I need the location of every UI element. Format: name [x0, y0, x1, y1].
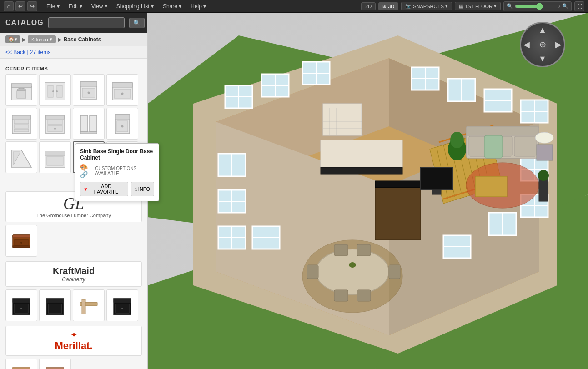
add-favorite-button[interactable]: ♥ ADD FAVORITE [80, 182, 128, 196]
item-4[interactable] [106, 74, 138, 106]
home-icon: 🏠 [8, 36, 15, 42]
floor-button[interactable]: ▦ 1ST FLOOR ▾ [455, 2, 501, 10]
breadcrumb-kitchen[interactable]: Kitchen ▾ [28, 35, 56, 43]
info-icon: ℹ [135, 186, 137, 192]
menu-help[interactable]: Help ▾ [187, 2, 210, 10]
item-1[interactable] [5, 74, 37, 106]
item-10[interactable] [39, 141, 71, 173]
zoom-slider[interactable] [515, 3, 560, 10]
kraftmaid-tagline: Cabinetry [10, 276, 138, 283]
items-count: | 27 items [27, 49, 50, 55]
menu-shopping-list[interactable]: Shopping List ▾ [113, 2, 157, 10]
breadcrumb-arrow-2: ▶ [58, 36, 62, 43]
nav-down-arrow[interactable]: ▼ [538, 54, 547, 64]
scroll-area[interactable]: GENERIC ITEMS [0, 59, 147, 369]
snapshots-button[interactable]: 📷 SNAPSHOTS ▾ [401, 2, 452, 10]
svg-rect-60 [82, 299, 85, 314]
nav-up-arrow[interactable]: ▲ [538, 25, 547, 35]
home-arrow: ▾ [15, 36, 17, 42]
zoom-out-icon[interactable]: 🔍 [507, 3, 513, 9]
nav-center-icon[interactable]: ⊕ [539, 40, 546, 50]
search-input[interactable] [48, 17, 125, 28]
custom-icons: 🎨🔗 [80, 164, 94, 178]
kitchen-label: Kitchen [31, 37, 48, 42]
item-6[interactable] [39, 108, 71, 140]
svg-rect-62 [114, 299, 131, 302]
floor-label: 1ST FLOOR [465, 4, 493, 9]
grothouse-name: The Grothouse Lumber Company [10, 213, 138, 218]
view-area[interactable]: ▲ ▼ ◀ ▶ ⊕ [148, 13, 588, 369]
catalog-header: CATALOG 🔍 [0, 13, 147, 33]
cabinet-svg-1 [10, 78, 33, 102]
svg-rect-11 [80, 82, 97, 86]
toolbar-icons: ⌂ ↩ ↪ [4, 1, 37, 11]
menu-file[interactable]: File ▾ [43, 2, 63, 10]
view-2d-button[interactable]: 2D [361, 2, 376, 10]
item-9[interactable] [5, 141, 37, 173]
nav-right-arrow[interactable]: ▶ [555, 40, 562, 50]
nav-control[interactable]: ▲ ▼ ◀ ▶ ⊕ [520, 22, 565, 67]
cabinet-svg-8 [111, 112, 134, 135]
back-link[interactable]: << Back [5, 49, 25, 55]
item-8[interactable] [106, 108, 138, 140]
view-3d-button[interactable]: ⊞ 3D [378, 2, 398, 10]
nav-left-arrow[interactable]: ◀ [523, 40, 530, 50]
svg-rect-167 [421, 167, 452, 190]
kraftmaid-item-4[interactable] [106, 289, 138, 321]
svg-rect-53 [13, 299, 30, 302]
kraftmaid-item-3[interactable] [73, 289, 105, 321]
item-3[interactable] [73, 74, 105, 106]
fullscreen-button[interactable]: ⛶ [574, 1, 584, 11]
kraftmaid-item-1[interactable] [5, 289, 37, 321]
item-2[interactable] [39, 74, 71, 106]
svg-rect-128 [321, 167, 402, 174]
generic-section-label: GENERIC ITEMS [5, 66, 142, 71]
svg-point-34 [121, 125, 124, 128]
svg-rect-29 [90, 115, 97, 132]
tooltip-title: Sink Base Single Door Base Cabinet [80, 148, 147, 161]
kraftmaid-brand-area: KraftMaid Cabinetry [5, 261, 142, 287]
search-button[interactable]: 🔍 [129, 18, 145, 28]
svg-rect-32 [115, 115, 130, 119]
item-5[interactable] [5, 108, 37, 140]
kraftmaid-logo: KraftMaid [10, 265, 138, 276]
svg-point-13 [88, 92, 90, 94]
kraftmaid-svg-2 [44, 294, 66, 317]
info-button[interactable]: ℹ INFO [131, 182, 147, 196]
redo-icon[interactable]: ↪ [27, 1, 37, 11]
heart-icon: ♥ [84, 186, 87, 192]
cabinet-svg-4 [111, 78, 134, 102]
tooltip-buttons: ♥ ADD FAVORITE ℹ INFO [80, 182, 147, 196]
kraftmaid-svg-1 [10, 294, 33, 317]
cabinet-svg-2 [43, 78, 67, 102]
grothouse-item-1[interactable] [5, 225, 37, 257]
menu-view[interactable]: View ▾ [88, 2, 111, 10]
nav-circle[interactable]: ▲ ▼ ◀ ▶ ⊕ [520, 22, 565, 67]
kraftmaid-items [5, 289, 142, 321]
merillat-item-1[interactable] [5, 359, 37, 369]
svg-rect-168 [432, 190, 441, 194]
custom-label: CUSTOM OPTIONS AVAILABLE [95, 166, 147, 176]
zoom-in-icon[interactable]: 🔍 [562, 3, 568, 9]
undo-icon[interactable]: ↩ [15, 1, 25, 11]
svg-rect-22 [14, 129, 29, 132]
cabinet-svg-5 [10, 112, 33, 135]
svg-rect-24 [46, 115, 64, 119]
cabinet-svg-9 [10, 145, 33, 169]
breadcrumb-home[interactable]: 🏠 ▾ [5, 35, 20, 43]
svg-point-50 [20, 242, 22, 244]
snapshots-label: SNAPSHOTS [413, 4, 444, 9]
kraftmaid-item-2[interactable] [39, 289, 71, 321]
menu-edit[interactable]: Edit ▾ [65, 2, 86, 10]
svg-rect-1 [11, 84, 31, 87]
merillat-item-2[interactable] [39, 359, 71, 369]
home-icon[interactable]: ⌂ [4, 1, 14, 11]
svg-point-171 [538, 170, 549, 181]
item-7[interactable] [73, 108, 105, 140]
svg-point-8 [52, 90, 54, 92]
svg-rect-28 [80, 115, 88, 132]
menu-share[interactable]: Share ▾ [159, 2, 185, 10]
camera-icon: 📷 [405, 3, 412, 9]
grothouse-svg [10, 229, 33, 252]
svg-rect-48 [13, 235, 30, 238]
